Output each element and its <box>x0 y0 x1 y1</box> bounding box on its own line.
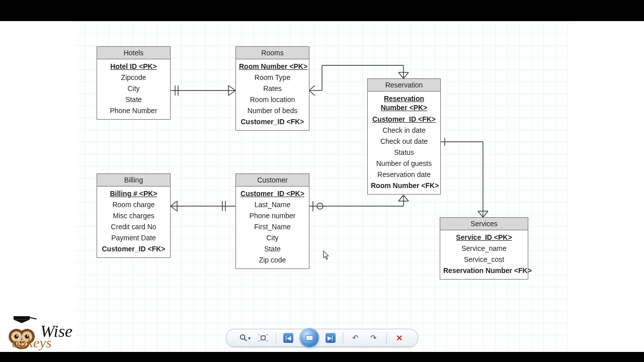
svg-line-13 <box>404 72 409 78</box>
svg-line-7 <box>309 85 315 90</box>
entity-customer[interactable]: Customer Customer_ID <PK>Last_NamePhone … <box>235 173 309 269</box>
entity-field: Reservation Number <FK> <box>443 265 525 276</box>
entity-field: Room location <box>239 94 306 105</box>
entity-field: Phone Number <box>100 105 167 116</box>
entity-field: Room Number <FK> <box>371 180 437 191</box>
separator <box>276 332 276 343</box>
entity-field: Zip code <box>239 254 306 265</box>
entity-services[interactable]: Services Service_ID <PK>Service_nameServ… <box>440 217 528 280</box>
entity-field: Rates <box>239 83 306 94</box>
player-toolbar: ▾ |◀ ▶| ↶ ↷ ✕ <box>226 329 418 347</box>
entity-field: Room Number <PK> <box>239 61 306 72</box>
entity-field: Service_name <box>443 243 525 254</box>
svg-line-4 <box>228 90 235 96</box>
svg-point-49 <box>240 335 245 339</box>
entity-field: Room Type <box>239 72 306 83</box>
svg-rect-36 <box>29 317 37 319</box>
entity-field: Phone number <box>239 210 306 221</box>
svg-rect-34 <box>14 316 30 320</box>
close-button[interactable]: ✕ <box>394 332 405 343</box>
logo-text-2: onkeys <box>12 335 52 351</box>
svg-line-3 <box>228 85 235 90</box>
entity-title: Reservation <box>368 79 440 92</box>
svg-line-12 <box>398 72 404 78</box>
entity-field: City <box>239 232 306 243</box>
mouse-cursor-icon <box>323 250 330 260</box>
entity-field: Customer_ID <FK> <box>371 114 437 125</box>
entity-field: Number of guests <box>371 158 437 169</box>
entity-field: Status <box>371 147 437 158</box>
svg-marker-35 <box>14 320 30 323</box>
entity-field: State <box>239 243 306 254</box>
entity-field: Service_ID <PK> <box>443 232 525 243</box>
entity-field: Reservation Number <PK> <box>371 93 437 114</box>
entity-field: First_Name <box>239 221 306 232</box>
svg-line-8 <box>309 90 315 96</box>
entity-body: Customer_ID <PK>Last_NamePhone numberFir… <box>236 187 309 268</box>
entity-field: Last_Name <box>239 199 306 210</box>
entity-body: Service_ID <PK>Service_nameService_costR… <box>440 230 528 279</box>
entity-body: Hotel ID <PK>ZipcodeCityStatePhone Numbe… <box>97 59 170 119</box>
entity-field: Reservation date <box>371 169 437 180</box>
letterbox-bottom <box>0 352 644 362</box>
entity-field: State <box>100 94 167 105</box>
last-button[interactable]: ▶| <box>326 333 336 343</box>
entity-field: Credit card No <box>100 221 167 232</box>
zoom-button[interactable]: ▾ <box>239 332 251 343</box>
entity-field: Service_cost <box>443 254 525 265</box>
entity-field: Hotel ID <PK> <box>100 61 167 72</box>
svg-rect-52 <box>306 335 313 340</box>
undo-button[interactable]: ↶ <box>350 332 361 343</box>
erd-canvas[interactable]: Hotels Hotel ID <PK>ZipcodeCityStatePhon… <box>0 21 644 352</box>
separator <box>386 332 387 343</box>
entity-field: City <box>100 83 167 94</box>
first-button[interactable]: |◀ <box>283 333 293 343</box>
redo-button[interactable]: ↷ <box>368 332 379 343</box>
brand-logo: Wise onkeys <box>3 315 72 350</box>
separator <box>343 332 343 343</box>
entity-title: Customer <box>236 174 309 187</box>
svg-line-30 <box>171 206 177 211</box>
entity-body: Reservation Number <PK>Customer_ID <FK>C… <box>368 92 440 194</box>
svg-line-50 <box>244 339 246 341</box>
entity-body: Billing # <PK>Room chargeMisc chargesCre… <box>97 187 170 257</box>
entity-field: Customer_ID <PK> <box>239 188 306 199</box>
entity-reservation[interactable]: Reservation Reservation Number <PK>Custo… <box>367 78 441 195</box>
svg-line-20 <box>404 195 409 201</box>
entity-hotels[interactable]: Hotels Hotel ID <PK>ZipcodeCityStatePhon… <box>97 46 171 120</box>
entity-title: Billing <box>97 174 170 187</box>
entity-field: Billing # <PK> <box>100 188 167 199</box>
entity-field: Check in date <box>371 125 437 136</box>
entity-field: Zipcode <box>100 72 167 83</box>
entity-field: Customer_ID <FK> <box>239 116 306 127</box>
fit-button[interactable] <box>258 332 269 343</box>
entity-field: Number of beds <box>239 105 306 116</box>
svg-line-25 <box>483 211 488 217</box>
entity-field: Misc charges <box>100 210 167 221</box>
entity-rooms[interactable]: Rooms Room Number <PK>Room TypeRatesRoom… <box>235 46 309 131</box>
svg-line-24 <box>478 211 483 217</box>
letterbox-top <box>0 0 644 21</box>
play-button[interactable] <box>300 329 318 347</box>
entity-body: Room Number <PK>Room TypeRatesRoom locat… <box>236 59 309 130</box>
svg-rect-51 <box>261 336 265 340</box>
entity-title: Hotels <box>97 47 170 59</box>
entity-title: Rooms <box>236 47 309 59</box>
entity-field: Room charge <box>100 199 167 210</box>
entity-field: Customer_ID <FK> <box>100 243 167 254</box>
svg-point-17 <box>317 203 323 209</box>
entity-billing[interactable]: Billing Billing # <PK>Room chargeMisc ch… <box>97 173 171 258</box>
entity-field: Check out date <box>371 136 437 147</box>
entity-field: Payment Date <box>100 232 167 243</box>
svg-line-19 <box>398 195 404 201</box>
svg-line-29 <box>171 201 177 206</box>
entity-title: Services <box>440 218 528 230</box>
